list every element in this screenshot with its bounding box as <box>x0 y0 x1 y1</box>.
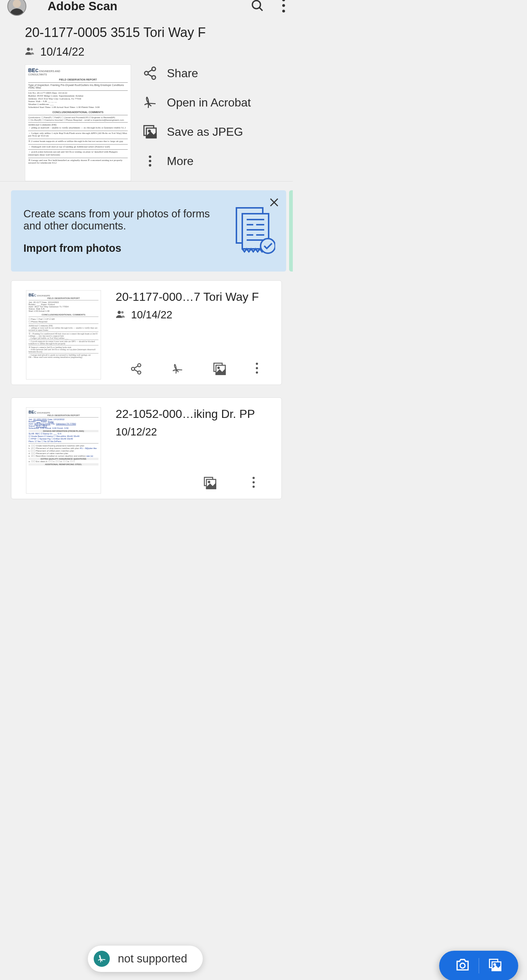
promo-text: Create scans from your photos of forms a… <box>24 208 214 232</box>
svg-point-2 <box>282 0 285 2</box>
app-title: Adobe Scan <box>48 0 118 13</box>
svg-point-6 <box>30 48 33 51</box>
svg-point-33 <box>132 368 135 371</box>
featured-title: 20-1177-0005 3515 Tori Way F <box>25 25 293 40</box>
avatar[interactable] <box>7 0 26 16</box>
scan-card[interactable]: BEC ENGINEERS FIELD OBSERVATION REPORT J… <box>11 398 282 499</box>
card-date: 10/14/22 <box>131 309 172 321</box>
svg-point-32 <box>138 364 141 367</box>
svg-point-40 <box>256 363 258 365</box>
svg-point-27 <box>261 239 275 253</box>
promo-card[interactable]: Create scans from your photos of forms a… <box>11 190 286 272</box>
svg-point-14 <box>148 130 150 132</box>
svg-point-4 <box>282 10 285 13</box>
svg-point-42 <box>256 371 258 374</box>
topbar: Adobe Scan <box>0 0 293 18</box>
overflow-menu-icon[interactable] <box>282 0 285 14</box>
svg-point-0 <box>253 1 261 9</box>
svg-line-1 <box>260 8 263 11</box>
save-jpeg-button[interactable]: Save as JPEG <box>143 124 251 139</box>
svg-line-10 <box>148 70 152 72</box>
open-acrobat-button[interactable]: Open in Acrobat <box>143 95 251 110</box>
svg-point-34 <box>138 371 141 374</box>
card-title: 20-1177-000…7 Tori Way F <box>116 290 275 304</box>
svg-point-3 <box>282 4 285 7</box>
close-icon[interactable] <box>269 197 280 209</box>
acrobat-icon[interactable] <box>171 363 184 377</box>
svg-point-48 <box>253 485 255 488</box>
promo-link[interactable]: Import from photos <box>24 242 214 255</box>
svg-point-30 <box>118 311 121 314</box>
promo-next-peek[interactable] <box>289 190 293 272</box>
share-icon[interactable] <box>130 363 142 377</box>
promo-illustration-icon <box>233 207 275 255</box>
featured-date: 10/14/22 <box>40 45 84 59</box>
shared-icon <box>25 46 34 57</box>
image-icon[interactable] <box>203 477 217 491</box>
svg-point-47 <box>253 481 255 484</box>
featured-thumbnail[interactable]: BEC ENGINEERS ANDCONSULTANTS FIELD OBSER… <box>25 64 131 181</box>
scan-card[interactable]: BEC ENGINEERS FIELD OBSERVATION REPORT J… <box>11 280 282 385</box>
search-icon[interactable] <box>250 0 264 14</box>
card-date: 10/12/22 <box>116 426 157 438</box>
image-icon[interactable] <box>213 363 226 377</box>
share-label: Share <box>167 67 198 80</box>
svg-point-7 <box>152 67 156 71</box>
card-title: 22-1052-000…iking Dr. PP <box>116 407 275 421</box>
more-label: More <box>167 154 194 168</box>
svg-point-41 <box>256 367 258 369</box>
svg-point-17 <box>149 164 151 167</box>
svg-line-35 <box>135 366 139 368</box>
svg-line-11 <box>148 74 152 77</box>
svg-point-15 <box>149 156 151 158</box>
share-button[interactable]: Share <box>143 66 251 81</box>
svg-point-5 <box>27 48 30 51</box>
svg-point-9 <box>152 76 156 80</box>
svg-line-36 <box>135 370 139 372</box>
svg-point-45 <box>208 481 210 483</box>
svg-point-46 <box>253 477 255 479</box>
svg-point-16 <box>149 160 151 162</box>
card-thumbnail[interactable]: BEC ENGINEERS FIELD OBSERVATION REPORT J… <box>26 290 101 380</box>
svg-point-39 <box>218 367 219 369</box>
overflow-icon[interactable] <box>255 363 258 377</box>
svg-point-31 <box>121 311 124 313</box>
open-label: Open in Acrobat <box>167 96 251 110</box>
card-thumbnail[interactable]: BEC ENGINEERS FIELD OBSERVATION REPORT J… <box>26 407 101 494</box>
featured-document: 20-1177-0005 3515 Tori Way F 10/14/22 <box>0 18 293 59</box>
save-label: Save as JPEG <box>167 125 243 139</box>
shared-icon <box>116 310 125 321</box>
overflow-icon[interactable] <box>252 477 255 491</box>
more-button[interactable]: More <box>143 154 251 168</box>
svg-point-8 <box>145 72 148 75</box>
